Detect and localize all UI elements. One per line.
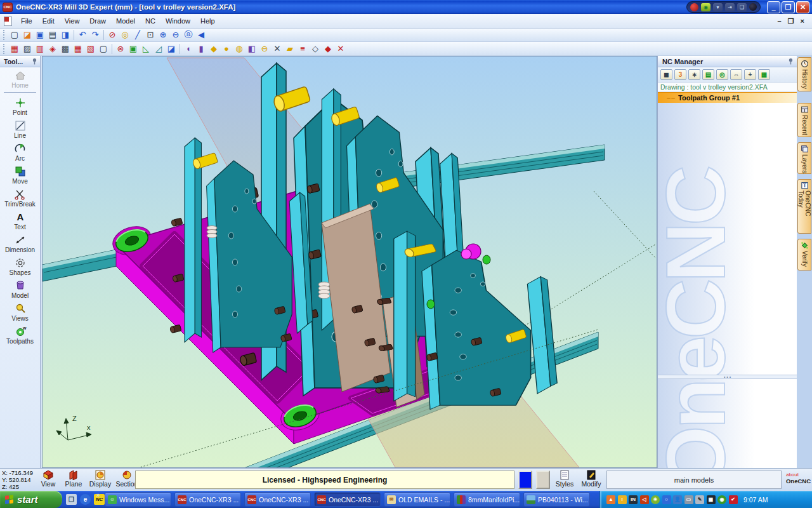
tray-shield-yellow-icon[interactable]: !	[618, 495, 627, 504]
coil-spring-2[interactable]	[207, 226, 217, 238]
toolbar-grip[interactable]	[3, 30, 6, 40]
about-onecnc[interactable]: about OneCNC	[786, 472, 811, 485]
sidebar-item-trim-break[interactable]: Trim/Break	[0, 186, 40, 209]
pin-icon[interactable]	[787, 58, 794, 65]
taskbar-item-onecnc-3-active[interactable]: CNC OneCNC-XR3 ...	[314, 492, 381, 507]
tray-search-icon[interactable]: ○	[662, 495, 671, 504]
green-stud-2[interactable]	[427, 300, 435, 309]
nc-tree-area[interactable]: OneCNC • • •	[658, 103, 797, 465]
taskbar-item-old-emails[interactable]: ✉ OLD EMAILS - ...	[384, 492, 450, 507]
menu-view[interactable]: View	[60, 15, 85, 27]
print-preview-button[interactable]: ◨	[59, 29, 72, 41]
cells-pattern-button-2[interactable]: ▦	[72, 43, 84, 55]
pin-icon[interactable]	[31, 58, 38, 65]
taskbar-item-messenger[interactable]: ☺ Windows Mess...	[105, 492, 171, 507]
tray-nvidia-icon[interactable]: ◉	[717, 495, 726, 504]
modify-button[interactable]: Modify	[579, 470, 604, 488]
close-button[interactable]: ✕	[796, 1, 809, 13]
mdi-minimize-button[interactable]: –	[778, 17, 782, 25]
solid-droplet-button[interactable]: ◖	[182, 43, 195, 55]
grid-edit-button[interactable]: ▨	[21, 43, 34, 55]
zoom-out-button[interactable]: ⊖	[169, 29, 182, 41]
surface-button-1[interactable]: ◇	[309, 43, 322, 55]
green-stud-1[interactable]	[483, 255, 490, 264]
nc-post-button[interactable]: ◼	[660, 69, 672, 80]
menu-nc[interactable]: NC	[140, 15, 160, 27]
zoom-in-button[interactable]: ⊕	[157, 29, 169, 41]
clock[interactable]: 9:07 AM	[743, 496, 768, 504]
quicklaunch-chevron[interactable]: »	[96, 491, 100, 498]
view-button[interactable]: View	[36, 470, 61, 488]
redo-button[interactable]: ↷	[89, 29, 102, 41]
mdi-restore-button[interactable]: ❐	[788, 17, 794, 25]
snap-toggle-button[interactable]: ⊘	[106, 29, 119, 41]
sidebar-item-shapes[interactable]: Shapes	[0, 255, 40, 277]
document-icon[interactable]	[4, 17, 12, 26]
styles-button[interactable]: Styles	[552, 470, 577, 488]
axes-tool-button[interactable]: ✕	[271, 43, 284, 55]
sidebar-item-move[interactable]: Move	[0, 163, 40, 186]
mirror-button-2[interactable]: ◿	[152, 43, 165, 55]
menu-window[interactable]: Window	[160, 15, 195, 27]
nc-toolpath-button[interactable]: ◎	[716, 69, 728, 80]
grid-add-button[interactable]: ▦	[8, 43, 21, 55]
tab-verify[interactable]: Verify	[797, 239, 811, 271]
nc-sheet-button[interactable]: ▤	[702, 69, 714, 80]
sketch-button[interactable]: ╱	[131, 29, 144, 41]
coil-spring-1[interactable]	[318, 282, 330, 298]
tray-monitor-icon[interactable]: ▭	[684, 495, 693, 504]
layer-diamond-button[interactable]: ◈	[46, 43, 59, 55]
explode-button[interactable]: ✕	[334, 43, 347, 55]
tray-antivirus-icon[interactable]: ✔	[729, 495, 738, 504]
tab-layers[interactable]: Layers	[797, 142, 811, 174]
solid-cylinder-button[interactable]: ▮	[195, 43, 207, 55]
print-button[interactable]: ▤	[46, 29, 59, 41]
zoom-box-button[interactable]: ⊡	[144, 29, 157, 41]
menu-model[interactable]: Model	[111, 15, 140, 27]
record-button[interactable]	[690, 3, 698, 11]
solid-revolve-button[interactable]: ⊖	[258, 43, 271, 55]
sidebar-item-text[interactable]: A Text	[0, 209, 40, 232]
tray-updater-icon[interactable]: ▲	[606, 495, 615, 504]
toolbar-grip-2[interactable]	[3, 44, 6, 54]
grid-table-button[interactable]: ▥	[34, 43, 46, 55]
tray-volume-icon[interactable]: ◁	[640, 495, 649, 504]
cells-pattern-button-4[interactable]: ▢	[97, 43, 110, 55]
menu-draw[interactable]: Draw	[84, 15, 111, 27]
undo-button[interactable]: ↶	[76, 29, 89, 41]
nc-dnc-button[interactable]: ▦	[758, 69, 770, 80]
display-utility-icon-1[interactable]: ▾	[713, 3, 723, 11]
sidebar-item-home[interactable]: Home	[0, 67, 40, 90]
tray-messenger-icon[interactable]: ✳	[651, 495, 660, 504]
taskbar-item-onecnc-1[interactable]: CNC OneCNC-XR3 ...	[174, 492, 241, 507]
menu-file[interactable]: File	[16, 15, 37, 27]
quicklaunch-desktop-icon[interactable]: ❐	[66, 494, 77, 505]
cells-pattern-button-3[interactable]: ▧	[84, 43, 97, 55]
tray-display-icon[interactable]: ▦	[707, 495, 716, 504]
zoom-all-button[interactable]: ⓐ	[182, 29, 195, 41]
viewport-canvas[interactable]: Z x	[43, 57, 657, 467]
solid-wedge-button[interactable]: ◆	[207, 43, 220, 55]
solid-profile-button[interactable]: ◍	[233, 43, 246, 55]
zoom-window-button[interactable]: ◎	[119, 29, 131, 41]
solid-sphere-button[interactable]: ●	[220, 43, 233, 55]
nc-three-axis-button[interactable]: 3	[674, 69, 686, 80]
tab-history[interactable]: History	[797, 57, 811, 91]
ruled-surface-button[interactable]: ≡	[296, 43, 309, 55]
sidebar-item-toolpaths[interactable]: w Toolpaths	[0, 323, 40, 346]
delete-button[interactable]: ⊗	[114, 43, 127, 55]
taskbar-item-pb040113[interactable]: PB040113 - Wi...	[523, 492, 590, 507]
start-button[interactable]: start	[0, 491, 62, 508]
cells-pattern-button-1[interactable]: ▩	[59, 43, 72, 55]
sidebar-item-line[interactable]: Line	[0, 117, 40, 140]
new-file-button[interactable]: ▢	[8, 29, 21, 41]
sidebar-item-views[interactable]: Views	[0, 300, 40, 323]
display-utility-icon-2[interactable]: ⇥	[725, 3, 735, 11]
menu-help[interactable]: Help	[195, 15, 220, 27]
display-button[interactable]: Display	[88, 470, 113, 488]
solid-box-button[interactable]: ◧	[246, 43, 258, 55]
sidebar-item-arc[interactable]: Arc	[0, 140, 40, 163]
gpu-utility-icon[interactable]: ◉	[701, 3, 710, 11]
tab-onecnc-today[interactable]: T OneCNC Today	[797, 179, 811, 234]
utility-dot-icon[interactable]	[749, 3, 757, 11]
